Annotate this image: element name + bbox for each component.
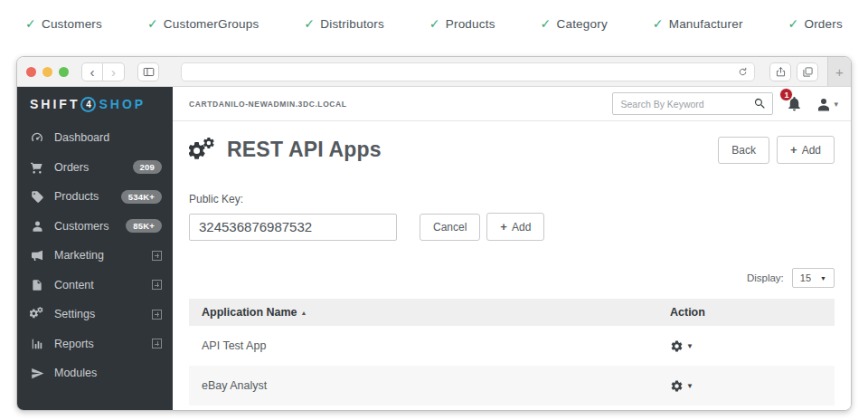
page-title: REST API Apps [227, 138, 718, 162]
admin-header-right: CARTDANILO-NEWADMIN.3DC.LOCAL 1 ▾ [173, 87, 851, 121]
sidebar-item-label: Reports [54, 338, 152, 350]
column-header-label: Application Name [202, 306, 297, 319]
browser-window: ‹ › + [16, 56, 852, 411]
chevron-down-icon: ▼ [686, 382, 693, 390]
share-button[interactable] [769, 62, 791, 81]
sidebar-item-customers[interactable]: Customers 85K+ [17, 212, 173, 242]
app-name-cell: eBay Analyst [202, 379, 670, 392]
search-icon[interactable] [753, 97, 767, 110]
display-label: Display: [747, 272, 784, 283]
orders-count-badge: 209 [133, 160, 162, 174]
close-window-button[interactable] [26, 67, 36, 77]
back-button-label: Back [731, 144, 756, 157]
admin-body: Dashboard Orders 209 Products 534K+ Cust… [17, 121, 851, 410]
url-bar[interactable] [181, 62, 755, 81]
cart-icon [30, 160, 44, 175]
sidebar-item-label: Content [54, 279, 152, 291]
checklist-item-orders: ✓Orders [788, 16, 843, 31]
tabs-icon [802, 66, 814, 78]
products-count-badge: 534K+ [121, 190, 162, 204]
url-input[interactable] [187, 66, 737, 77]
checklist-item-manufacturer: ✓Manufacturer [653, 16, 743, 31]
back-nav-button[interactable]: ‹ [81, 62, 103, 81]
logo-text-shift: SHIFT [30, 97, 80, 111]
gear-icon [670, 339, 684, 353]
checklist-item-customergroups: ✓CustomerGroups [147, 16, 259, 31]
keyword-search-box[interactable] [612, 92, 773, 115]
api-apps-table: Application Name ▲ Action API Test App ▼ [189, 299, 835, 406]
store-domain-breadcrumb: CARTDANILO-NEWADMIN.3DC.LOCAL [189, 100, 347, 109]
display-count-row: Display: 15 ▼ [189, 268, 835, 288]
row-action-menu-button[interactable]: ▼ [670, 379, 822, 393]
zoom-window-button[interactable] [59, 67, 69, 77]
confirm-add-button[interactable]: +Add [486, 213, 544, 241]
sidebar-toggle-button[interactable] [137, 62, 159, 81]
account-icon [816, 96, 832, 112]
megaphone-icon [30, 248, 44, 262]
table-header-row: Application Name ▲ Action [189, 299, 835, 326]
logo-container: SHIFT 4 SHOP [17, 87, 173, 121]
sort-ascending-icon: ▲ [301, 310, 307, 316]
add-button-label: Add [802, 144, 821, 157]
check-icon: ✓ [541, 16, 552, 31]
gears-icon [30, 307, 44, 321]
check-icon: ✓ [25, 16, 36, 31]
minimize-window-button[interactable] [42, 67, 52, 77]
checklist-label: Orders [804, 17, 842, 31]
row-action-menu-button[interactable]: ▼ [670, 339, 822, 353]
chevron-down-icon: ▾ [834, 100, 838, 109]
sidebar-item-orders[interactable]: Orders 209 [17, 153, 173, 183]
browser-chrome: ‹ › + [17, 57, 851, 87]
tab-overview-button[interactable] [797, 62, 818, 81]
sidebar-item-dashboard[interactable]: Dashboard [17, 123, 173, 153]
back-button[interactable]: Back [718, 137, 769, 164]
sidebar-item-reports[interactable]: Reports [17, 329, 173, 359]
public-key-input[interactable] [189, 214, 397, 241]
share-icon [775, 66, 787, 78]
refresh-icon[interactable] [737, 66, 749, 78]
expand-icon[interactable] [152, 310, 162, 320]
checklist-label: Manufacturer [669, 17, 743, 31]
checklist-item-products: ✓Products [429, 16, 495, 31]
column-header-label: Action [670, 306, 705, 319]
sidebar-item-modules[interactable]: Modules [17, 358, 173, 388]
logo-circle-4: 4 [80, 97, 96, 112]
checklist-item-category: ✓Category [541, 16, 608, 31]
account-menu-button[interactable]: ▾ [816, 96, 838, 112]
chevron-down-icon: ▼ [686, 342, 693, 350]
gear-icon [670, 379, 684, 393]
add-app-button[interactable]: +Add [777, 136, 835, 164]
bar-chart-icon [30, 338, 44, 350]
sidebar-item-label: Orders [54, 161, 133, 174]
checklist-item-distributors: ✓Distributors [304, 16, 384, 31]
forward-nav-button[interactable]: › [103, 62, 125, 81]
admin-sidebar: Dashboard Orders 209 Products 534K+ Cust… [17, 121, 173, 410]
checklist-label: Products [446, 17, 495, 31]
sidebar-item-content[interactable]: Content [17, 271, 173, 301]
checklist-item-customers: ✓Customers [25, 16, 102, 31]
checklist-label: Distributors [320, 17, 384, 31]
public-key-form-row: Cancel +Add [189, 213, 835, 241]
user-icon [30, 219, 44, 233]
sidebar-toggle-icon [142, 65, 156, 79]
expand-icon[interactable] [152, 339, 162, 348]
sidebar-item-label: Modules [54, 367, 162, 379]
column-header-application-name[interactable]: Application Name ▲ [202, 306, 670, 319]
notifications-button[interactable]: 1 [786, 95, 803, 112]
new-tab-button[interactable]: + [827, 57, 851, 86]
sidebar-item-label: Marketing [54, 249, 152, 262]
sidebar-item-marketing[interactable]: Marketing [17, 241, 173, 271]
checklist-label: Category [556, 17, 607, 31]
sidebar-item-products[interactable]: Products 534K+ [17, 182, 173, 212]
expand-icon[interactable] [152, 280, 162, 290]
expand-icon[interactable] [152, 251, 162, 261]
table-row: API Test App ▼ [189, 326, 835, 366]
search-input[interactable] [620, 99, 753, 110]
shift4shop-logo[interactable]: SHIFT 4 SHOP [30, 97, 146, 112]
page-title-row: REST API Apps Back +Add [189, 136, 835, 180]
cancel-button[interactable]: Cancel [420, 214, 480, 241]
display-count-select[interactable]: 15 ▼ [792, 268, 835, 288]
sidebar-item-settings[interactable]: Settings [17, 300, 173, 329]
dashboard-icon [30, 130, 44, 145]
table-row: eBay Analyst ▼ [189, 366, 835, 406]
